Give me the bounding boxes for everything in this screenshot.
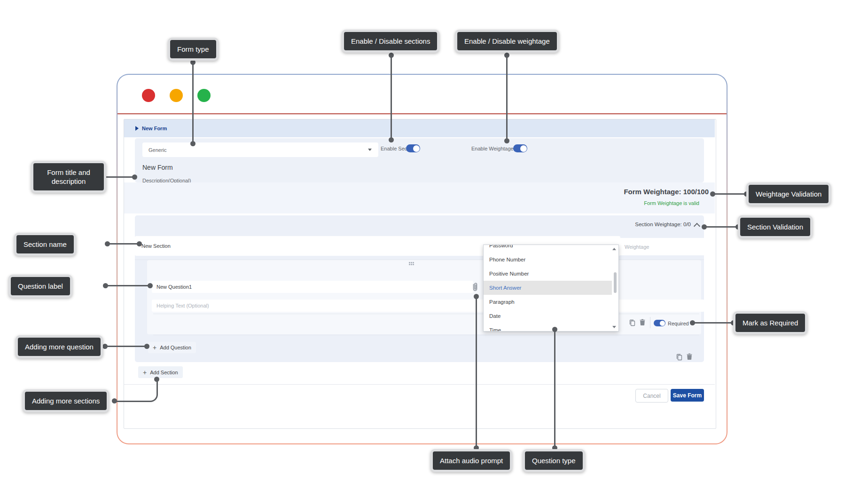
question-type-menu: Password Phone Number Positive Number Sh… [483,245,619,332]
connector-dot [710,191,715,197]
header-divider [117,113,727,114]
callout-enable-disable-sections: Enable / Disable sections [342,30,439,53]
menu-item-short-answer[interactable]: Short Answer [484,281,612,295]
connector-line [692,322,734,324]
paperclip-icon [471,282,479,292]
copy-icon [676,353,682,361]
helping-text-placeholder: Helping Text (Optional) [156,303,209,308]
connector-line [476,296,477,449]
connector-dot [504,53,509,58]
chevron-down-icon [368,149,372,151]
menu-item-paragraph[interactable]: Paragraph [484,295,612,309]
footer-divider [124,384,715,385]
attach-audio-button[interactable] [471,282,479,292]
drag-handle-icon[interactable] [409,262,414,266]
connector-line [704,226,739,228]
save-form-button[interactable]: Save Form [671,389,704,402]
connector-dot [144,344,149,349]
duplicate-section-button[interactable] [676,353,682,361]
form-type-value: Generic [149,147,167,153]
cancel-button[interactable]: Cancel [635,389,668,403]
connector-dot [154,377,159,382]
add-section-button[interactable]: + Add Section [138,366,183,378]
callout-form-title-and-description: Form title and description [31,161,106,193]
section-weightage-input[interactable]: Weightage [618,238,710,255]
enable-sections-toggle[interactable] [406,144,420,152]
connector-elbow [114,380,158,402]
question-label-input[interactable]: New Question1 [152,281,473,293]
connector-dot [702,224,707,229]
connector-dot [148,283,153,288]
enable-weightage-toggle[interactable] [513,144,527,152]
connector-line [506,53,508,141]
caret-right-icon [135,126,139,131]
connector-dot [389,137,394,142]
connector-dot [103,283,108,288]
connector-dot [102,344,108,349]
scroll-down-icon[interactable] [612,326,616,328]
form-weightage-summary: Form Weightage: 100/100 [624,188,709,196]
enable-weightage-label: Enable Weightage [471,146,514,151]
menu-item-date[interactable]: Date [484,309,612,323]
form-weightage-status: Form Weightage is valid [644,200,699,206]
traffic-light-close-icon[interactable] [142,89,155,102]
question-bottom-divider [153,335,699,335]
connector-line [554,329,555,449]
connector-dot [504,138,509,143]
connector-dot [112,398,117,403]
callout-adding-more-sections: Adding more sections [23,389,109,412]
menu-item-time[interactable]: Time [484,323,612,332]
form-weightage-strip [124,182,715,213]
section-name-value: New Section [141,243,171,249]
add-question-button[interactable]: + Add Question [148,342,196,353]
callout-weightage-validation: Weightage Validation [746,182,831,205]
add-section-label: Add Section [150,370,178,375]
scroll-up-icon[interactable] [612,248,616,250]
helping-text-input[interactable]: Helping Text (Optional) [152,300,704,312]
annotated-screenshot: New Form Generic Enable Sections Enable … [0,0,868,482]
connector-line [391,53,392,140]
section-weightage-placeholder: Weightage [625,244,649,250]
required-toggle[interactable] [654,320,665,326]
traffic-light-minimize-icon[interactable] [170,89,183,102]
connector-line [712,193,747,195]
form-type-select[interactable]: Generic [142,142,378,157]
duplicate-question-button[interactable] [629,319,635,326]
trash-icon [640,319,645,326]
callout-section-validation: Section Validation [738,215,813,238]
connector-dot [105,241,110,246]
breadcrumb[interactable]: New Form [124,119,715,137]
callout-question-label: Question label [8,275,72,298]
scrollbar-thumb[interactable] [614,272,617,293]
action-divider [650,317,650,328]
question-label-value: New Question1 [156,284,192,290]
add-question-label: Add Question [160,345,191,350]
traffic-light-maximize-icon[interactable] [197,89,211,102]
connector-dot [474,294,479,299]
menu-item-phone-number[interactable]: Phone Number [484,253,612,267]
callout-question-type: Question type [523,449,585,472]
callout-enable-disable-weightage: Enable / Disable weightage [455,30,559,53]
connector-dot [190,141,195,146]
connector-line [105,285,150,286]
copy-icon [629,319,635,326]
callout-adding-more-question: Adding more question [16,335,103,358]
connector-dot [389,53,394,58]
menu-item-password[interactable]: Password [484,245,612,253]
menu-item-positive-number[interactable]: Positive Number [484,267,612,281]
connector-line [192,61,194,143]
trash-icon [687,353,692,360]
form-title-input[interactable]: New Form [142,164,173,171]
delete-section-button[interactable] [687,353,692,360]
plus-icon: + [153,344,156,351]
required-label: Required [668,321,689,326]
callout-attach-audio-prompt: Attach audio prompt [430,449,512,472]
connector-line [105,346,147,347]
connector-dot [132,174,137,180]
breadcrumb-label: New Form [142,126,167,131]
connector-dot [552,327,557,332]
callout-form-type: Form type [168,38,219,61]
delete-question-button[interactable] [640,319,645,326]
connector-dot [137,241,142,246]
plus-icon: + [143,369,147,376]
